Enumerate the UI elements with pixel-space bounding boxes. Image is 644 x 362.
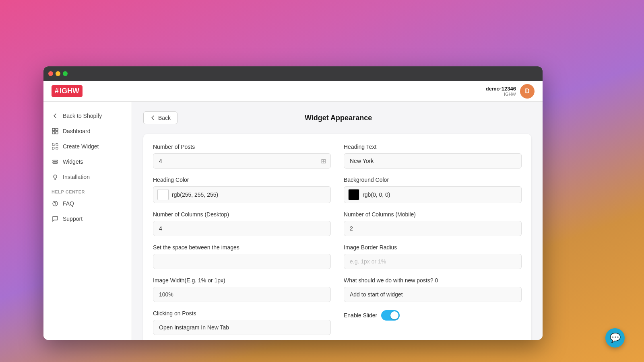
svg-rect-4	[52, 144, 54, 146]
user-info: demo-12346 IGHW D	[486, 84, 535, 99]
user-details: demo-12346 IGHW	[486, 86, 516, 97]
plus-grid-icon	[52, 143, 59, 150]
svg-point-10	[54, 175, 57, 178]
grid-input-icon: ⊞	[321, 157, 326, 165]
sidebar-item-label: Support	[63, 216, 83, 222]
columns-mobile-label: Number of Columns (Mobile)	[344, 211, 522, 218]
content-area: Back Widget Appearance Number of Posts ⊞	[132, 102, 543, 340]
columns-desktop-input[interactable]	[153, 221, 331, 236]
sidebar-item-label: Installation	[63, 174, 90, 180]
sidebar-item-installation[interactable]: Installation	[43, 169, 132, 185]
grid-icon	[52, 128, 59, 135]
svg-rect-9	[53, 162, 58, 163]
clicking-posts-label: Clicking on Posts	[153, 310, 331, 317]
num-posts-input[interactable]	[153, 153, 331, 169]
main-layout: Back to Shopify Dashboard	[43, 102, 543, 340]
image-width-label: Image Width(E.g. 1% or 1px)	[153, 277, 331, 284]
sidebar-item-create-widget[interactable]: Create Widget	[43, 139, 132, 154]
background-color-value: rgb(0, 0, 0)	[363, 191, 390, 198]
avatar: D	[520, 84, 535, 99]
help-section-label: HELP CENTER	[43, 185, 132, 196]
num-posts-input-wrap: ⊞	[153, 153, 331, 169]
layers-icon	[52, 158, 59, 165]
image-border-group: Image Border Radius	[344, 244, 522, 269]
svg-rect-1	[56, 128, 58, 131]
app-logo: # IGHW	[52, 85, 83, 97]
background-color-label: Background Color	[344, 177, 522, 183]
svg-rect-6	[52, 147, 54, 149]
sidebar-item-support[interactable]: Support	[43, 211, 132, 226]
sidebar: Back to Shopify Dashboard	[43, 102, 132, 340]
columns-mobile-group: Number of Columns (Mobile)	[344, 211, 522, 236]
maximize-button[interactable]	[63, 71, 68, 76]
new-posts-group: What should we do with new posts? 0	[344, 277, 522, 302]
columns-desktop-label: Number of Columns (Desktop)	[153, 211, 331, 218]
close-button[interactable]	[48, 71, 53, 76]
space-images-label: Set the space between the images	[153, 244, 331, 251]
heading-text-group: Heading Text	[344, 144, 522, 169]
columns-mobile-input[interactable]	[344, 221, 522, 236]
background-color-input-row: rgb(0, 0, 0)	[344, 186, 522, 203]
num-posts-group: Number of Posts ⊞	[153, 144, 331, 169]
heading-text-label: Heading Text	[344, 144, 522, 150]
chat-widget-button[interactable]: 💬	[605, 328, 625, 348]
enable-slider-toggle[interactable]	[381, 310, 400, 321]
minimize-button[interactable]	[56, 71, 60, 76]
enable-slider-label: Enable Slider	[344, 312, 377, 319]
heading-color-group: Heading Color rgb(255, 255, 255)	[153, 177, 331, 203]
new-posts-label: What should we do with new posts? 0	[344, 277, 522, 284]
heading-color-input-row: rgb(255, 255, 255)	[153, 186, 331, 203]
logo-hash: #	[55, 87, 59, 95]
user-subtitle: IGHW	[486, 92, 516, 97]
page-title: Widget Appearance	[186, 114, 491, 122]
sidebar-item-label: FAQ	[63, 200, 74, 207]
svg-rect-8	[53, 160, 58, 161]
chat-bubble-icon	[52, 215, 59, 222]
chat-widget-icon: 💬	[610, 333, 621, 343]
circle-question-icon	[52, 200, 59, 207]
heading-color-value: rgb(255, 255, 255)	[172, 191, 218, 198]
form-card: Number of Posts ⊞ Heading Text	[143, 134, 531, 340]
back-button[interactable]: Back	[143, 111, 178, 124]
background-color-swatch[interactable]	[348, 189, 359, 200]
arrow-left-icon	[52, 112, 59, 119]
back-label: Back	[158, 115, 171, 121]
svg-rect-2	[52, 132, 55, 134]
enable-slider-row: Enable Slider	[344, 310, 522, 321]
svg-rect-7	[56, 147, 58, 149]
heading-text-input[interactable]	[344, 153, 522, 169]
svg-rect-0	[52, 128, 55, 131]
sidebar-item-back-shopify[interactable]: Back to Shopify	[43, 108, 132, 123]
sidebar-item-label: Back to Shopify	[63, 113, 102, 119]
heading-color-label: Heading Color	[153, 177, 331, 183]
enable-slider-group: Enable Slider	[344, 310, 522, 335]
background-color-group: Background Color rgb(0, 0, 0)	[344, 177, 522, 203]
clicking-posts-group: Clicking on Posts	[153, 310, 331, 335]
image-width-group: Image Width(E.g. 1% or 1px)	[153, 277, 331, 302]
user-name: demo-12346	[486, 86, 516, 92]
sidebar-item-label: Create Widget	[63, 143, 99, 150]
new-posts-input[interactable]	[344, 287, 522, 302]
traffic-lights	[48, 71, 68, 76]
sidebar-item-dashboard[interactable]: Dashboard	[43, 123, 132, 139]
svg-rect-3	[56, 132, 58, 134]
heading-color-swatch[interactable]	[157, 189, 169, 200]
columns-desktop-group: Number of Columns (Desktop)	[153, 211, 331, 236]
form-grid: Number of Posts ⊞ Heading Text	[153, 144, 522, 335]
sidebar-item-label: Widgets	[63, 158, 83, 165]
num-posts-label: Number of Posts	[153, 144, 331, 150]
sidebar-item-widgets[interactable]: Widgets	[43, 154, 132, 169]
titlebar	[43, 66, 543, 81]
svg-rect-5	[56, 144, 58, 146]
sidebar-item-label: Dashboard	[63, 128, 91, 134]
space-images-input[interactable]	[153, 254, 331, 269]
sidebar-item-faq[interactable]: FAQ	[43, 196, 132, 211]
image-border-label: Image Border Radius	[344, 244, 522, 251]
clicking-posts-input[interactable]	[153, 320, 331, 335]
space-images-group: Set the space between the images	[153, 244, 331, 269]
bulb-icon	[52, 173, 59, 181]
image-border-input[interactable]	[344, 254, 522, 269]
page-header: Back Widget Appearance	[143, 111, 531, 124]
app-header: # IGHW demo-12346 IGHW D	[43, 81, 543, 102]
image-width-input[interactable]	[153, 287, 331, 302]
